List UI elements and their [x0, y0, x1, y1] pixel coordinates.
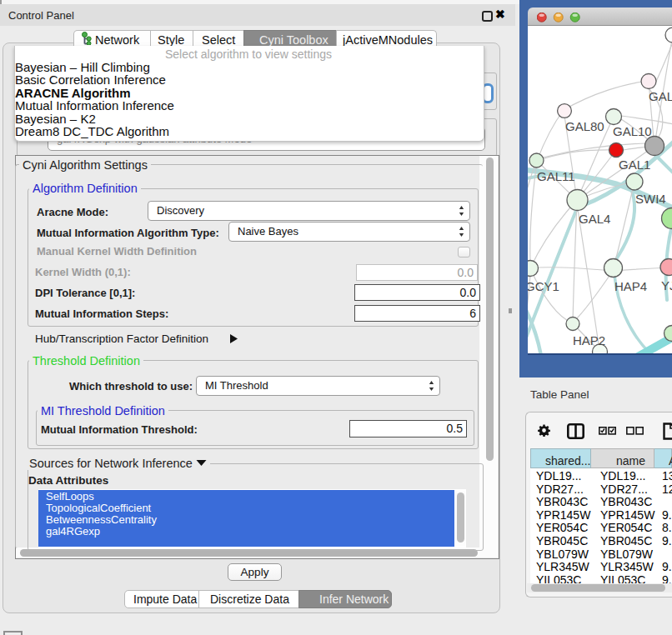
svg-text:YJ: YJ [661, 278, 672, 292]
svg-text:SWI4: SWI4 [635, 192, 666, 206]
svg-text:GAL7: GAL7 [649, 89, 672, 103]
svg-text:HAP4: HAP4 [614, 279, 647, 293]
svg-text:GAL4: GAL4 [579, 212, 610, 226]
svg-text:GAL11: GAL11 [537, 169, 575, 183]
svg-text:GAL80: GAL80 [565, 119, 604, 133]
svg-text:GAL10: GAL10 [613, 124, 652, 138]
svg-text:GAL1: GAL1 [619, 158, 650, 172]
svg-text:HAP2: HAP2 [573, 333, 605, 348]
svg-text:GCY1: GCY1 [528, 279, 559, 293]
